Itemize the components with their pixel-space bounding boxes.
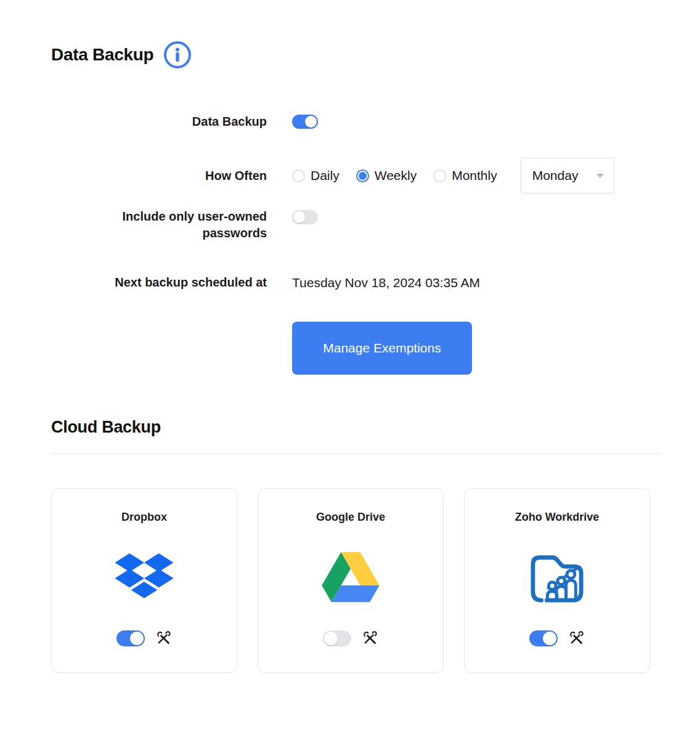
- user-owned-toggle[interactable]: [292, 210, 318, 224]
- tools-icon[interactable]: [362, 630, 378, 646]
- provider-cards: Dropbox: [51, 488, 661, 673]
- provider-card-dropbox: Dropbox: [51, 488, 237, 673]
- tools-icon[interactable]: [568, 630, 585, 646]
- frequency-radio-group: Daily Weekly Monthly: [292, 168, 497, 183]
- day-select-value: Monday: [532, 168, 596, 183]
- radio-daily-label[interactable]: Daily: [311, 168, 340, 183]
- google-drive-toggle[interactable]: [323, 630, 351, 646]
- radio-monthly-label[interactable]: Monthly: [452, 168, 497, 183]
- chevron-down-icon: [596, 174, 604, 178]
- radio-monthly[interactable]: Monthly: [433, 168, 497, 183]
- how-often-row: How Often Daily Weekly Monthly Monday: [51, 158, 661, 193]
- toggle-knob: [324, 632, 338, 645]
- user-owned-row: Include only user-owned passwords: [51, 208, 661, 242]
- provider-controls: [116, 630, 172, 646]
- next-backup-label: Next backup scheduled at: [51, 274, 267, 291]
- toggle-knob: [130, 632, 144, 645]
- toggle-knob: [305, 116, 317, 128]
- google-drive-logo: [322, 524, 380, 630]
- radio-daily[interactable]: Daily: [292, 168, 340, 183]
- toggle-knob: [543, 632, 556, 645]
- provider-name: Google Drive: [316, 511, 385, 524]
- toggle-knob: [293, 211, 305, 223]
- provider-name: Zoho Workdrive: [515, 511, 600, 524]
- tools-icon[interactable]: [155, 630, 172, 646]
- radio-dot[interactable]: [292, 169, 305, 182]
- radio-weekly-label[interactable]: Weekly: [375, 168, 417, 183]
- user-owned-label: Include only user-owned passwords: [51, 208, 267, 242]
- data-backup-toggle[interactable]: [292, 115, 318, 129]
- provider-controls: [529, 630, 585, 646]
- cloud-backup-title: Cloud Backup: [51, 418, 661, 437]
- page-title: Data Backup: [51, 45, 153, 65]
- provider-name: Dropbox: [121, 511, 167, 524]
- radio-dot[interactable]: [356, 169, 369, 182]
- radio-dot[interactable]: [433, 169, 446, 182]
- provider-controls: [323, 630, 378, 646]
- next-backup-row: Next backup scheduled at Tuesday Nov 18,…: [51, 274, 661, 291]
- provider-card-google-drive: Google Drive: [258, 488, 444, 673]
- actions-row: Manage Exemptions: [51, 322, 661, 375]
- page-header: Data Backup: [51, 39, 661, 70]
- data-backup-label: Data Backup: [51, 113, 267, 130]
- data-backup-row: Data Backup: [51, 113, 661, 130]
- zoho-workdrive-logo: [527, 524, 587, 630]
- info-icon[interactable]: [163, 40, 192, 70]
- next-backup-value: Tuesday Nov 18, 2024 03:35 AM: [292, 275, 480, 290]
- zoho-workdrive-toggle[interactable]: [529, 630, 558, 646]
- provider-card-zoho-workdrive: Zoho Workdrive: [464, 488, 650, 673]
- manage-exemptions-button[interactable]: Manage Exemptions: [292, 322, 472, 375]
- dropbox-toggle[interactable]: [116, 630, 145, 646]
- section-divider: [51, 454, 661, 454]
- radio-weekly[interactable]: Weekly: [356, 168, 417, 183]
- dropbox-logo: [115, 524, 174, 630]
- day-of-week-select[interactable]: Monday: [521, 158, 614, 193]
- data-backup-settings-page: Data Backup Data Backup How Often Daily: [0, 0, 700, 673]
- how-often-label: How Often: [51, 168, 267, 184]
